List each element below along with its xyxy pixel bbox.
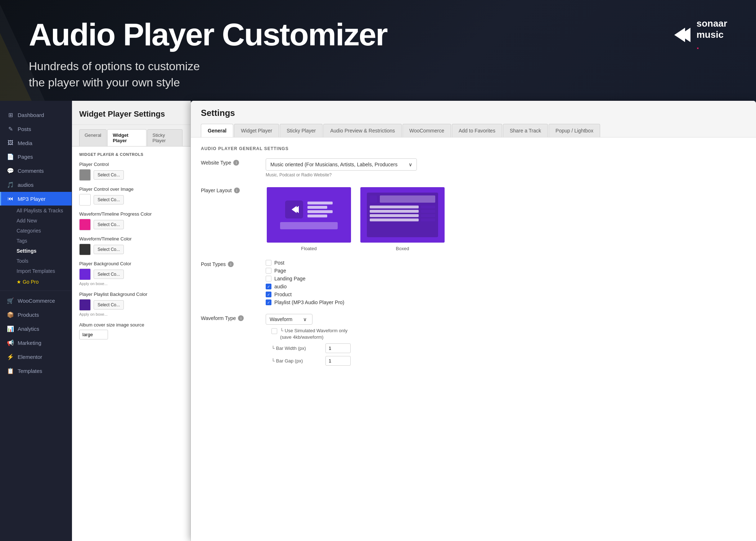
wsp-section-title: WIDGET PLAYER & CONTROLS (79, 152, 183, 157)
settings-header: Settings General Widget Player Sticky Pl… (191, 101, 756, 137)
sidebar-item-pages[interactable]: 📄 Pages (0, 150, 72, 164)
color-swatch-waveform-color[interactable] (79, 244, 91, 255)
sidebar-sub-tags[interactable]: Tags (0, 236, 72, 246)
bar-width-input[interactable] (325, 343, 351, 353)
website-type-select[interactable]: Music oriented (For Musicians, Artists, … (266, 158, 417, 171)
checkbox-product[interactable]: ✓ (266, 292, 271, 297)
sidebar-item-woocommerce[interactable]: 🛒 WooCommerce (0, 294, 72, 308)
checkbox-landing-page[interactable] (266, 276, 271, 281)
settings-panel: Settings General Widget Player Sticky Pl… (191, 101, 756, 541)
sidebar-item-products[interactable]: 📦 Products (0, 308, 72, 322)
boxed-preview-inner (360, 187, 445, 243)
settings-tab-general[interactable]: General (201, 124, 233, 137)
bar-gap-input[interactable] (325, 356, 351, 366)
settings-row-waveform-type: Waveform Type i Waveform ∨ └ Use Simulat… (201, 314, 746, 366)
checkbox-row-page: Page (266, 268, 746, 274)
wsp-title: Widget Player Settings (79, 109, 183, 119)
field-label: Player Playlist Background Color (79, 292, 183, 297)
media-icon: 🖼 (7, 140, 14, 146)
sidebar-go-pro[interactable]: ★ Go Pro (0, 276, 72, 288)
header-title-block: Audio Player Customizer Hundreds of opti… (29, 18, 387, 91)
floated-icon (285, 200, 303, 218)
floated-inner (285, 200, 333, 218)
checkbox-simulated-waveform[interactable] (271, 328, 277, 334)
layout-option-boxed[interactable]: Boxed (359, 186, 446, 251)
sidebar-item-audios[interactable]: 🎵 audios (0, 178, 72, 192)
boxed-waveform (380, 195, 436, 203)
post-types-label: Post Types i (201, 260, 258, 267)
templates-icon: 📋 (7, 368, 14, 374)
sidebar-sub-import-templates[interactable]: Import Templates (0, 266, 72, 276)
website-type-info-icon: i (233, 160, 239, 166)
select-btn-waveform-progress[interactable]: Select Co... (94, 220, 124, 229)
sidebar-item-label: Media (18, 140, 32, 146)
color-swatch-player-control-image[interactable] (79, 194, 91, 206)
select-btn-playlist-bg[interactable]: Select Co... (94, 300, 124, 310)
sidebar-item-elementor[interactable]: ⚡ Elementor (0, 350, 72, 364)
checkbox-page[interactable] (266, 268, 271, 274)
sidebar-item-posts[interactable]: ✎ Posts (0, 122, 72, 136)
checkbox-playlist[interactable]: ✓ (266, 299, 271, 305)
checkbox-post-label: Post (274, 260, 284, 266)
settings-tab-sticky-player[interactable]: Sticky Player (280, 124, 323, 137)
sidebar-item-marketing[interactable]: 📢 Marketing (0, 336, 72, 350)
checkbox-audio[interactable]: ✓ (266, 284, 271, 289)
boxed-play-icon (370, 195, 377, 203)
checkbox-post[interactable] (266, 260, 271, 266)
wsp-field-player-control-image: Player Control over Image Select Co... (79, 186, 183, 206)
color-swatch-playlist-bg[interactable] (79, 299, 91, 311)
field-label: Player Control (79, 162, 183, 167)
wsp-field-playlist-bg: Player Playlist Background Color Select … (79, 292, 183, 316)
sidebar-item-analytics[interactable]: 📊 Analytics (0, 322, 72, 336)
floated-tracks (307, 202, 333, 217)
sidebar-sub-settings[interactable]: Settings (0, 246, 72, 256)
sidebar-item-comments[interactable]: 💬 Comments (0, 164, 72, 178)
sidebar-sub-tools[interactable]: Tools (0, 256, 72, 266)
sidebar-item-label: Analytics (18, 326, 39, 332)
track-line (307, 206, 327, 209)
settings-tab-share-track[interactable]: Share a Track (503, 124, 548, 137)
settings-tab-add-favorites[interactable]: Add to Favorites (452, 124, 502, 137)
settings-tab-popup-lightbox[interactable]: Popup / Lightbox (549, 124, 600, 137)
wsp-tab-general[interactable]: General (79, 129, 107, 146)
sidebar-item-dashboard[interactable]: ⊞ Dashboard (0, 108, 72, 122)
page-title: Audio Player Customizer (29, 18, 387, 51)
sidebar-item-media[interactable]: 🖼 Media (0, 136, 72, 150)
analytics-icon: 📊 (7, 325, 14, 332)
select-btn-player-control-image[interactable]: Select Co... (94, 195, 124, 204)
player-layout-info-icon: i (234, 188, 240, 193)
sidebar-item-label: Posts (18, 126, 31, 132)
sidebar-item-mp3player[interactable]: ⏮ MP3 Player (0, 192, 72, 206)
wsp-tabs: General Widget Player Sticky Player (72, 125, 190, 146)
field-row: Select Co... (79, 299, 183, 311)
sidebar-sub-all-playlists[interactable]: All Playlists & Tracks (0, 206, 72, 216)
audios-icon: 🎵 (7, 181, 14, 188)
color-swatch-player-control[interactable] (79, 169, 91, 181)
field-row: Select Co... (79, 169, 183, 181)
wsp-tab-sticky-player[interactable]: Sticky Player (147, 129, 183, 146)
boxed-track-btn (421, 210, 435, 213)
select-btn-waveform-color[interactable]: Select Co... (94, 245, 124, 254)
color-swatch-waveform-progress[interactable] (79, 219, 91, 230)
layout-option-floated[interactable]: Floated (266, 186, 352, 251)
settings-tab-audio-preview[interactable]: Audio Preview & Restrictions (323, 124, 402, 137)
chevron-down-icon: ∨ (303, 316, 307, 322)
sidebar-sub-add-new[interactable]: Add New (0, 216, 72, 226)
select-btn-player-control[interactable]: Select Co... (94, 170, 124, 180)
sidebar-item-label: Products (18, 312, 39, 318)
comments-icon: 💬 (7, 167, 14, 174)
sidebar-item-templates[interactable]: 📋 Templates (0, 364, 72, 378)
mp3player-icon: ⏮ (7, 195, 14, 202)
waveform-type-select[interactable]: Waveform ∨ (266, 314, 312, 325)
color-swatch-player-bg[interactable] (79, 269, 91, 280)
album-cover-input[interactable] (79, 330, 108, 339)
sidebar-sub-categories[interactable]: Categories (0, 226, 72, 236)
settings-tab-woocommerce[interactable]: WooCommerce (402, 124, 451, 137)
checkbox-row-landing-page: Landing Page (266, 276, 746, 281)
settings-row-player-layout: Player Layout i (201, 186, 746, 251)
settings-tab-widget-player[interactable]: Widget Player (234, 124, 279, 137)
track-line (307, 202, 333, 204)
wsp-tab-widget-player[interactable]: Widget Player (107, 129, 146, 146)
checkbox-row-audio: ✓ audio (266, 284, 746, 289)
select-btn-player-bg[interactable]: Select Co... (94, 270, 124, 279)
